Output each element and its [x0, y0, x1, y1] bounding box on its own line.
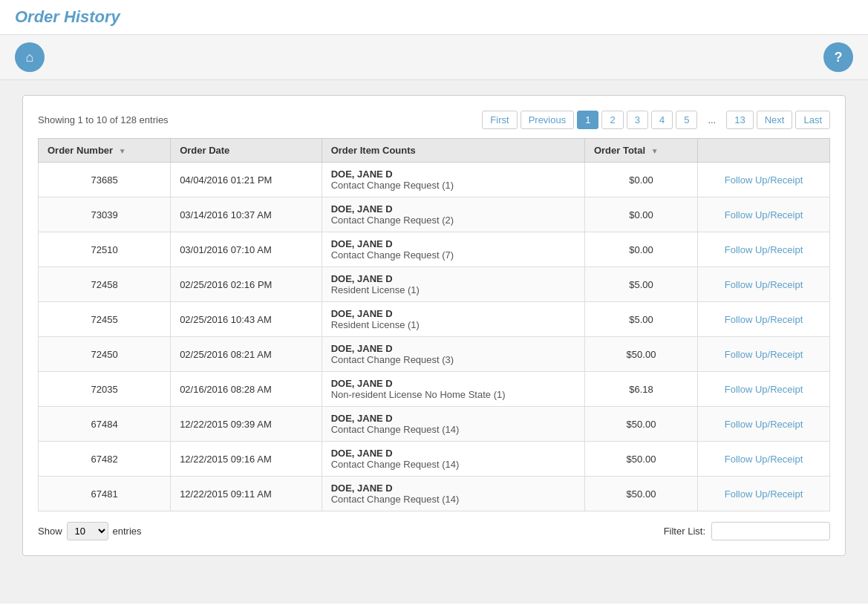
help-button[interactable]: ?	[823, 42, 853, 72]
cell-order-date: 02/25/2016 10:43 AM	[171, 302, 322, 337]
cell-order-total: $0.00	[584, 197, 697, 232]
cell-order-date: 03/14/2016 10:37 AM	[171, 197, 322, 232]
table-header-row: Order Number ▼ Order Date Order Item Cou…	[39, 139, 830, 163]
pagination-page-1[interactable]: 1	[577, 111, 598, 129]
cell-order-date: 03/01/2016 07:10 AM	[171, 232, 322, 267]
pagination-page-13[interactable]: 13	[726, 111, 753, 129]
cell-action: Follow Up/Receipt	[698, 337, 830, 372]
pagination: First Previous 1 2 3 4 5 ... 13 Next Las…	[482, 111, 830, 129]
top-bar: Order History	[0, 0, 868, 35]
item-detail: Contact Change Request (14)	[331, 424, 575, 435]
customer-name: DOE, JANE D	[331, 413, 575, 424]
show-label: Show	[38, 526, 62, 537]
table-row: 67482 12/22/2015 09:16 AM DOE, JANE D Co…	[39, 442, 830, 477]
cell-action: Follow Up/Receipt	[698, 442, 830, 477]
cell-order-number: 72510	[39, 232, 171, 267]
item-detail: Resident License (1)	[331, 319, 575, 330]
table-row: 73685 04/04/2016 01:21 PM DOE, JANE D Co…	[39, 163, 830, 197]
cell-action: Follow Up/Receipt	[698, 407, 830, 442]
pagination-next[interactable]: Next	[757, 111, 793, 129]
filter-label: Filter List:	[664, 526, 705, 537]
cell-order-number: 67482	[39, 442, 171, 477]
follow-up-receipt-link[interactable]: Follow Up/Receipt	[725, 384, 803, 395]
item-detail: Contact Change Request (14)	[331, 459, 575, 470]
item-detail: Contact Change Request (14)	[331, 494, 575, 505]
cell-order-total: $0.00	[584, 163, 697, 197]
cell-order-items: DOE, JANE D Resident License (1)	[322, 302, 584, 337]
cell-order-items: DOE, JANE D Contact Change Request (14)	[322, 477, 584, 511]
customer-name: DOE, JANE D	[331, 483, 575, 494]
follow-up-receipt-link[interactable]: Follow Up/Receipt	[725, 488, 803, 500]
table-row: 72450 02/25/2016 08:21 AM DOE, JANE D Co…	[39, 337, 830, 372]
sort-icon-order-number: ▼	[119, 147, 126, 155]
cell-order-total: $6.18	[584, 372, 697, 407]
pagination-first[interactable]: First	[482, 111, 517, 129]
cell-order-total: $5.00	[584, 267, 697, 302]
follow-up-receipt-link[interactable]: Follow Up/Receipt	[725, 349, 803, 360]
follow-up-receipt-link[interactable]: Follow Up/Receipt	[725, 314, 803, 325]
cell-order-date: 12/22/2015 09:39 AM	[171, 407, 322, 442]
cell-order-date: 12/22/2015 09:16 AM	[171, 442, 322, 477]
item-detail: Contact Change Request (2)	[331, 215, 575, 226]
cell-action: Follow Up/Receipt	[698, 477, 830, 511]
cell-order-items: DOE, JANE D Contact Change Request (14)	[322, 442, 584, 477]
col-order-total[interactable]: Order Total ▼	[584, 139, 697, 163]
pagination-last[interactable]: Last	[795, 111, 830, 129]
entries-label: entries	[113, 526, 142, 537]
pagination-page-3[interactable]: 3	[627, 111, 648, 129]
follow-up-receipt-link[interactable]: Follow Up/Receipt	[725, 209, 803, 220]
table-wrapper: Showing 1 to 10 of 128 entries First Pre…	[22, 95, 846, 556]
follow-up-receipt-link[interactable]: Follow Up/Receipt	[725, 244, 803, 255]
cell-order-items: DOE, JANE D Non-resident License No Home…	[322, 372, 584, 407]
cell-order-items: DOE, JANE D Contact Change Request (2)	[322, 197, 584, 232]
cell-action: Follow Up/Receipt	[698, 372, 830, 407]
cell-order-total: $5.00	[584, 302, 697, 337]
table-body: 73685 04/04/2016 01:21 PM DOE, JANE D Co…	[39, 163, 830, 511]
cell-order-date: 02/25/2016 02:16 PM	[171, 267, 322, 302]
col-action	[698, 139, 830, 163]
table-row: 73039 03/14/2016 10:37 AM DOE, JANE D Co…	[39, 197, 830, 232]
cell-action: Follow Up/Receipt	[698, 232, 830, 267]
follow-up-receipt-link[interactable]: Follow Up/Receipt	[725, 174, 803, 186]
cell-order-items: DOE, JANE D Resident License (1)	[322, 267, 584, 302]
follow-up-receipt-link[interactable]: Follow Up/Receipt	[725, 279, 803, 290]
col-order-item-counts: Order Item Counts	[322, 139, 584, 163]
col-order-number[interactable]: Order Number ▼	[39, 139, 171, 163]
item-detail: Contact Change Request (1)	[331, 180, 575, 191]
pagination-prev[interactable]: Previous	[521, 111, 575, 129]
table-row: 72458 02/25/2016 02:16 PM DOE, JANE D Re…	[39, 267, 830, 302]
follow-up-receipt-link[interactable]: Follow Up/Receipt	[725, 419, 803, 430]
cell-order-number: 67481	[39, 477, 171, 511]
table-row: 67484 12/22/2015 09:39 AM DOE, JANE D Co…	[39, 407, 830, 442]
orders-table: Order Number ▼ Order Date Order Item Cou…	[38, 138, 830, 511]
customer-name: DOE, JANE D	[331, 273, 575, 284]
home-button[interactable]: ⌂	[15, 42, 45, 72]
pagination-page-4[interactable]: 4	[651, 111, 673, 129]
cell-order-number: 72455	[39, 302, 171, 337]
pagination-page-2[interactable]: 2	[601, 111, 623, 129]
page-title: Order History	[15, 7, 120, 27]
show-entries: Show 10 25 50 100 entries	[38, 522, 142, 540]
cell-action: Follow Up/Receipt	[698, 197, 830, 232]
cell-order-number: 72035	[39, 372, 171, 407]
item-detail: Contact Change Request (3)	[331, 354, 575, 365]
customer-name: DOE, JANE D	[331, 308, 575, 319]
cell-action: Follow Up/Receipt	[698, 302, 830, 337]
entries-info: Showing 1 to 10 of 128 entries	[38, 114, 169, 125]
customer-name: DOE, JANE D	[331, 203, 575, 215]
cell-order-number: 72450	[39, 337, 171, 372]
customer-name: DOE, JANE D	[331, 448, 575, 459]
entries-select[interactable]: 10 25 50 100	[67, 522, 108, 540]
item-detail: Non-resident License No Home State (1)	[331, 389, 575, 400]
cell-order-total: $50.00	[584, 407, 697, 442]
follow-up-receipt-link[interactable]: Follow Up/Receipt	[725, 454, 803, 465]
pagination-page-5[interactable]: 5	[676, 111, 697, 129]
cell-order-items: DOE, JANE D Contact Change Request (7)	[322, 232, 584, 267]
cell-order-date: 02/25/2016 08:21 AM	[171, 337, 322, 372]
filter-input[interactable]	[711, 522, 830, 540]
cell-order-total: $50.00	[584, 442, 697, 477]
content-area: Showing 1 to 10 of 128 entries First Pre…	[0, 80, 868, 604]
cell-order-number: 73039	[39, 197, 171, 232]
sort-icon-order-total: ▼	[651, 147, 659, 155]
table-row: 72510 03/01/2016 07:10 AM DOE, JANE D Co…	[39, 232, 830, 267]
